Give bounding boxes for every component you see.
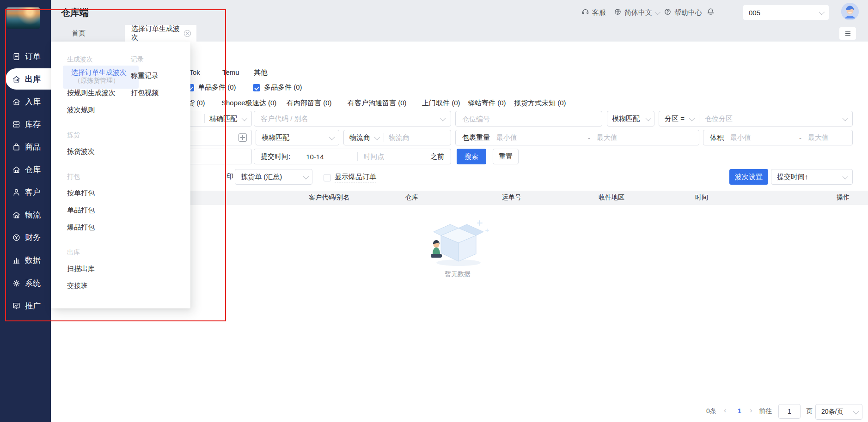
zone-filter-group[interactable]: 分区 = 仓位分区 <box>659 111 853 127</box>
submenu-panel: 生成波次选择订单生成波次（原拣货管理）按规则生成波次波次规则拣货拣货波次打包按单… <box>51 42 190 308</box>
sidebar-item-logistics[interactable]: 物流 <box>0 205 51 226</box>
help-center-button[interactable]: 帮助中心 <box>664 8 702 17</box>
account-select[interactable]: 005 <box>743 5 829 20</box>
notification-bell-icon[interactable] <box>706 7 715 16</box>
submenu-item[interactable]: 爆品打包 <box>67 223 95 232</box>
page-number-input[interactable] <box>778 404 801 419</box>
submit-time-filter[interactable]: 提交时间: 10-14 时间点 之前 <box>254 149 451 164</box>
platform-tab-2[interactable]: Temu <box>222 68 239 76</box>
next-page-icon[interactable]: › <box>750 406 752 415</box>
bin-number-field[interactable] <box>462 115 595 123</box>
submenu-item[interactable]: 波次规则 <box>67 106 95 115</box>
checkbox-label: 多品多件 (0) <box>264 83 302 92</box>
submenu-item[interactable]: 按规则生成波次 <box>67 89 116 97</box>
warehouse-icon <box>12 165 21 174</box>
plus-square-icon[interactable] <box>238 133 247 142</box>
table-column-header: 运单号 <box>502 193 521 202</box>
fuzzy-mode-select-2[interactable]: 模糊匹配 <box>256 130 339 145</box>
chevron-down-icon <box>646 115 652 121</box>
checkbox-icon[interactable] <box>324 174 331 181</box>
tab-active-label: 选择订单生成波次 <box>131 24 181 42</box>
submenu-item[interactable]: 扫描出库 <box>67 265 95 273</box>
submenu-item[interactable]: 按单打包 <box>67 189 95 198</box>
logistics-filter-group[interactable]: 物流商 物流商 <box>343 130 451 145</box>
tag-filter[interactable]: 有内部留言 (0) <box>287 99 332 108</box>
bin-number-input[interactable] <box>455 111 602 127</box>
reset-button[interactable]: 重置 <box>493 149 519 164</box>
order-type-checkbox[interactable]: 单品多件 (0) <box>187 83 236 92</box>
hamburger-icon <box>844 30 852 37</box>
submit-time-label: 提交时间: <box>254 152 290 161</box>
submenu-section-title: 记录 <box>131 55 144 64</box>
tag-filter[interactable]: 有客户沟通留言 (0) <box>348 99 407 108</box>
submenu-item[interactable]: 称重记录 <box>131 72 159 80</box>
logo-image[interactable] <box>6 7 40 29</box>
data-icon <box>12 256 21 265</box>
submenu-section-title: 打包 <box>67 173 80 181</box>
tag-filter[interactable]: 揽货方式未知 (0) <box>514 99 566 108</box>
table-header: 客户代码/别名仓库运单号收件地区时间操作 <box>189 191 868 205</box>
platform-tab-3[interactable]: 其他 <box>254 68 268 77</box>
tag-filter[interactable]: Shopee极速达 (0) <box>221 99 276 108</box>
close-icon[interactable]: ✕ <box>184 30 191 37</box>
sidebar-item-inbound[interactable]: 入库 <box>0 91 51 112</box>
sidebar-item-products[interactable]: 商品 <box>0 136 51 157</box>
page-title: 仓库端 <box>61 6 89 19</box>
language-switcher[interactable]: 简体中文 <box>614 8 659 17</box>
goto-label: 前往 <box>759 407 772 416</box>
weight-max-placeholder: 最大值 <box>590 133 699 142</box>
search-button[interactable]: 搜索 <box>457 149 486 164</box>
submenu-item[interactable]: 打包视频 <box>131 89 159 97</box>
avatar[interactable] <box>841 3 859 20</box>
sidebar-item-label: 系统 <box>25 278 41 289</box>
fuzzy-mode-value: 模糊匹配 <box>607 115 640 123</box>
submenu-item[interactable]: 选择订单生成波次 <box>71 68 127 77</box>
customer-service-button[interactable]: 客服 <box>581 8 606 17</box>
chevron-down-icon <box>843 115 849 121</box>
submenu-item[interactable]: 单品打包 <box>67 206 95 215</box>
show-hot-orders-checkbox[interactable]: 显示爆品订单 <box>324 173 376 182</box>
sidebar-item-promotion[interactable]: 推广 <box>0 295 51 316</box>
sort-select[interactable]: 提交时间↑ <box>771 169 853 185</box>
fuzzy-mode-select[interactable]: 模糊匹配 <box>607 111 654 127</box>
sidebar-item-inventory[interactable]: 库存 <box>0 114 51 135</box>
chevron-down-icon <box>374 134 380 140</box>
submenu-section-title: 拣货 <box>67 131 80 139</box>
outbound-icon <box>12 75 21 84</box>
sidebar-item-label: 商品 <box>25 142 41 152</box>
page-size-value: 20条/页 <box>821 408 843 416</box>
package-weight-range[interactable]: 包裹重量 最小值 - 最大值 <box>455 130 699 145</box>
sidebar-item-customers[interactable]: 客户 <box>0 182 51 203</box>
chevron-down-icon <box>819 9 825 15</box>
wave-settings-button[interactable]: 波次设置 <box>729 169 768 185</box>
prev-page-icon[interactable]: ‹ <box>724 406 727 415</box>
submenu-item-subtitle: （原拣货管理） <box>74 77 119 85</box>
sidebar-item-warehouse[interactable]: 仓库 <box>0 159 51 181</box>
sidebar-item-data[interactable]: 数据 <box>0 250 51 271</box>
current-page[interactable]: 1 <box>738 407 741 415</box>
promotion-icon <box>12 301 21 310</box>
customer-code-combobox[interactable]: 客户代码 / 别名 <box>254 111 451 127</box>
submenu-item[interactable]: 交接班 <box>67 282 88 290</box>
page-size-select[interactable]: 20条/页 <box>815 404 862 420</box>
inbound-icon <box>12 97 21 106</box>
hamburger-menu-button[interactable] <box>839 27 856 40</box>
submenu-item[interactable]: 拣货波次 <box>67 147 95 156</box>
tag-filter[interactable]: 上门取件 (0) <box>422 99 460 108</box>
tab-home[interactable]: 首页 <box>51 25 106 42</box>
sidebar-item-finance[interactable]: 财务 <box>0 227 51 248</box>
tag-filter[interactable]: 驿站寄件 (0) <box>468 99 506 108</box>
chevron-down-icon <box>329 134 335 140</box>
volume-range[interactable]: 体积 最小值 - 最大值 <box>703 130 853 145</box>
sidebar-item-outbound[interactable]: 出库 <box>6 68 51 90</box>
sidebar-item-orders[interactable]: 订单 <box>0 46 51 67</box>
picklist-select[interactable]: 拣货单 (汇总) <box>235 169 312 185</box>
sidebar-item-label: 库存 <box>25 119 41 130</box>
sidebar-item-system[interactable]: 系统 <box>0 272 51 294</box>
zone-operator-value: 分区 = <box>659 115 685 123</box>
chevron-down-icon <box>843 173 849 179</box>
order-type-checkbox[interactable]: 多品多件 (0) <box>253 83 302 92</box>
tab-active[interactable]: 选择订单生成波次 ✕ <box>125 25 196 42</box>
checkbox-icon[interactable] <box>253 84 260 91</box>
warehouse-app: 订单出库入库库存商品仓库客户物流财务数据系统推广 仓库端 客服 简体中文 帮助中… <box>0 0 868 422</box>
